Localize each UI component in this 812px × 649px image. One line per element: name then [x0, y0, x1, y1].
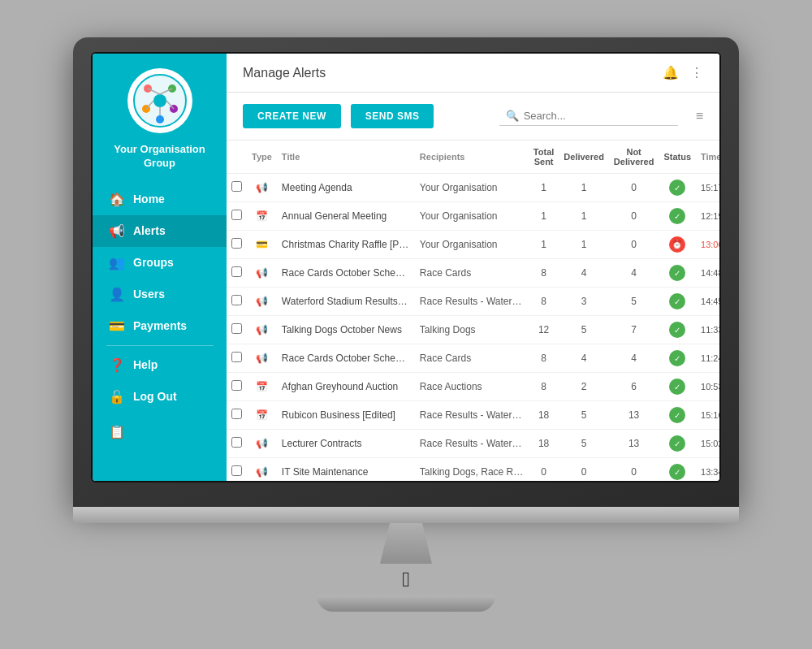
row-time-sent: 13:06 13 Dec 19: [696, 231, 719, 259]
type-icon-calendar: 📅: [256, 409, 268, 421]
sidebar-item-alerts[interactable]: 📢 Alerts: [93, 215, 227, 247]
row-delivered: 4: [559, 344, 609, 373]
sidebar: Your Organisation Group 🏠 Home 📢 Alerts …: [93, 54, 227, 481]
more-options-icon[interactable]: ⋮: [690, 65, 703, 80]
sidebar-item-users[interactable]: 👤 Users: [93, 279, 227, 310]
filter-icon[interactable]: ≡: [696, 109, 703, 123]
row-status: ✓: [659, 458, 696, 482]
row-total-sent: 12: [529, 316, 559, 344]
notification-icon[interactable]: 🔔: [663, 65, 679, 80]
row-time-sent: 10:53 11 Oct 19: [696, 373, 719, 401]
alerts-table-container: Type Title Recipients Total Sent Deliver…: [227, 141, 719, 481]
status-badge: ✓: [669, 180, 685, 196]
groups-icon: 👥: [109, 255, 125, 270]
row-total-sent: 8: [529, 259, 559, 288]
type-icon-payment: 💳: [256, 239, 268, 250]
row-checkbox-1[interactable]: [231, 210, 242, 220]
sidebar-item-help[interactable]: ❓ Help: [93, 349, 227, 381]
row-checkbox-9[interactable]: [231, 437, 242, 448]
row-checkbox-10[interactable]: [231, 465, 242, 476]
row-time-sent: 11:24 11 Oct 19: [696, 344, 719, 373]
row-title: IT Site Maintenance: [277, 458, 415, 482]
col-time-sent: Time Sent: [696, 141, 719, 174]
row-title: Annual General Meeting: [277, 202, 415, 231]
row-type-cell: 📅: [247, 202, 277, 231]
status-badge: ⏰: [669, 236, 685, 253]
row-checkbox-0[interactable]: [231, 181, 242, 192]
sidebar-item-home-label: Home: [133, 193, 165, 206]
alerts-icon: 📢: [109, 223, 125, 239]
row-total-sent: 0: [529, 458, 559, 482]
row-time-sent: 15:17 16 Dec 19: [696, 174, 719, 202]
sidebar-item-logout[interactable]: 🔓 Log Out: [93, 381, 227, 413]
row-title: Rubicon Business [Edited]: [277, 401, 415, 430]
top-bar-icons: 🔔 ⋮: [663, 65, 703, 80]
row-delivered: 5: [559, 430, 609, 458]
row-recipients: Your Organisation: [415, 174, 529, 202]
home-icon: 🏠: [109, 192, 125, 207]
row-delivered: 5: [559, 316, 609, 344]
page-title: Manage Alerts: [243, 66, 326, 80]
row-checkbox-3[interactable]: [231, 266, 242, 277]
row-checkbox-8[interactable]: [231, 409, 242, 419]
type-icon-alert: 📢: [256, 466, 268, 478]
status-badge: ✓: [669, 208, 685, 224]
row-total-sent: 8: [529, 373, 559, 401]
row-status: ✓: [659, 202, 696, 231]
search-input[interactable]: [524, 110, 670, 122]
sidebar-item-home[interactable]: 🏠 Home: [93, 184, 227, 215]
table-row: 📢 Lecturer Contracts Race Results - Wate…: [227, 430, 719, 458]
row-checkbox-5[interactable]: [231, 323, 242, 334]
row-type-cell: 📢: [247, 316, 277, 344]
row-type-cell: 📢: [247, 288, 277, 316]
row-time-sent: 12:19 16 Dec 19: [696, 202, 719, 231]
type-icon-alert: 📢: [256, 353, 268, 364]
create-new-button[interactable]: CREATE NEW: [243, 104, 341, 128]
users-icon: 👤: [109, 287, 125, 302]
row-type-cell: 📢: [247, 458, 277, 482]
status-badge: ✓: [669, 407, 685, 423]
row-recipients: Race Auctions: [415, 373, 529, 401]
row-title: Race Cards October Schedule: [277, 344, 415, 373]
row-checkbox-2[interactable]: [231, 238, 242, 249]
row-status: ✓: [659, 401, 696, 430]
sidebar-item-groups[interactable]: 👥 Groups: [93, 247, 227, 279]
row-total-sent: 1: [529, 174, 559, 202]
row-recipients: Race Cards: [415, 259, 529, 288]
row-title: Waterford Stadium Results 10th Oct...: [277, 288, 415, 316]
svg-point-6: [156, 115, 164, 123]
monitor-stand-base: [317, 595, 495, 612]
help-icon: ❓: [109, 357, 125, 373]
row-delivered: 1: [559, 174, 609, 202]
type-icon-alert: 📢: [256, 438, 268, 449]
sidebar-item-payments[interactable]: 💳 Payments: [93, 310, 227, 342]
row-time-sent: 14:48 11 Oct 19: [696, 259, 719, 288]
col-recipients: Recipients: [415, 141, 529, 174]
row-checkbox-cell: [227, 231, 247, 259]
apple-logo: : [73, 567, 739, 592]
row-status: ✓: [659, 316, 696, 344]
row-delivered: 4: [559, 259, 609, 288]
row-time-sent: 11:33 11 Oct 19: [696, 316, 719, 344]
row-total-sent: 18: [529, 430, 559, 458]
row-not-delivered: 0: [609, 231, 659, 259]
row-checkbox-cell: [227, 430, 247, 458]
row-checkbox-4[interactable]: [231, 295, 242, 305]
table-row: 📢 IT Site Maintenance Talking Dogs, Race…: [227, 458, 719, 482]
col-title: Title: [277, 141, 415, 174]
org-logo: [127, 68, 192, 133]
col-total-sent: Total Sent: [529, 141, 559, 174]
sidebar-item-extra[interactable]: 📋: [93, 416, 227, 448]
table-row: 📢 Waterford Stadium Results 10th Oct... …: [227, 288, 719, 316]
col-type: Type: [247, 141, 277, 174]
toolbar: CREATE NEW SEND SMS 🔍 ≡: [227, 93, 719, 141]
row-checkbox-7[interactable]: [231, 380, 242, 391]
row-not-delivered: 0: [609, 174, 659, 202]
col-not-delivered: Not Delivered: [609, 141, 659, 174]
send-sms-button[interactable]: SEND SMS: [351, 104, 434, 128]
row-checkbox-6[interactable]: [231, 352, 242, 362]
row-not-delivered: 0: [609, 202, 659, 231]
row-recipients: Talking Dogs: [415, 316, 529, 344]
row-not-delivered: 7: [609, 316, 659, 344]
row-delivered: 2: [559, 373, 609, 401]
